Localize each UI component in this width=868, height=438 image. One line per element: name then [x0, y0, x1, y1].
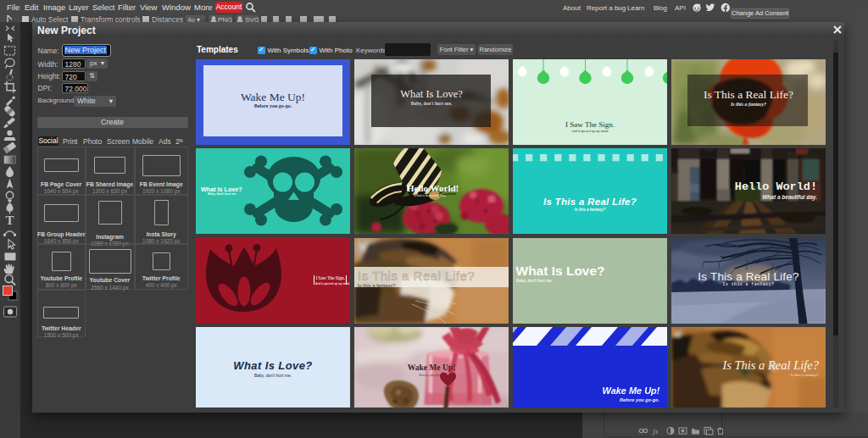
svg-text:4p ▾: 4p ▾: [187, 16, 200, 23]
svg-text:PNG: PNG: [218, 16, 232, 23]
svg-text:Distances: Distances: [152, 15, 183, 22]
svg-text:fx: fx: [653, 427, 659, 435]
svg-text:T: T: [5, 213, 14, 227]
svg-text:Auto Select: Auto Select: [31, 15, 69, 22]
svg-text:SVG: SVG: [245, 16, 259, 23]
svg-text:Transform controls: Transform controls: [81, 15, 141, 22]
